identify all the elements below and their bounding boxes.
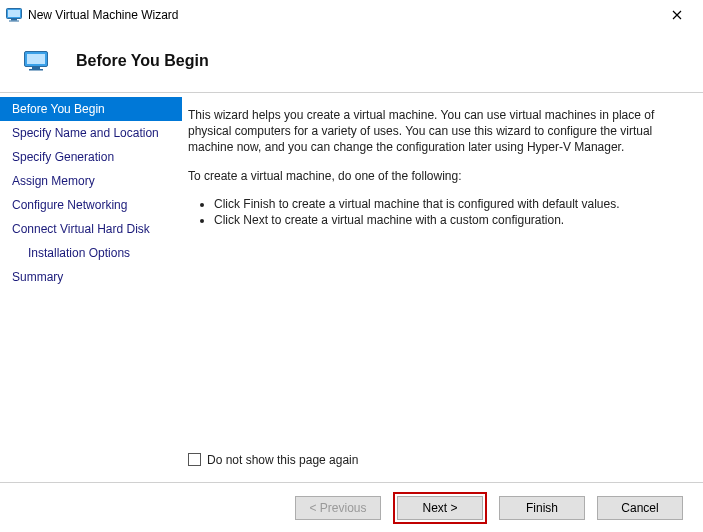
svg-rect-7 [29,69,43,71]
svg-rect-5 [27,54,45,64]
nav-configure-networking[interactable]: Configure Networking [0,193,182,217]
titlebar: New Virtual Machine Wizard [0,0,703,30]
finish-button[interactable]: Finish [499,496,585,520]
nav-assign-memory[interactable]: Assign Memory [0,169,182,193]
wizard-content: This wizard helps you create a virtual m… [182,93,703,482]
cancel-button[interactable]: Cancel [597,496,683,520]
prompt-text: To create a virtual machine, do one of t… [188,168,681,184]
wizard-body: Before You Begin Specify Name and Locati… [0,92,703,482]
do-not-show-checkbox[interactable] [188,453,201,466]
next-button[interactable]: Next > [397,496,483,520]
do-not-show-label: Do not show this page again [207,452,358,468]
bullet-item: Click Finish to create a virtual machine… [214,196,681,212]
wizard-nav: Before You Begin Specify Name and Locati… [0,93,182,482]
svg-rect-2 [11,19,17,21]
page-heading: Before You Begin [76,52,209,70]
nav-installation-options[interactable]: Installation Options [0,241,182,265]
bullet-list: Click Finish to create a virtual machine… [188,196,681,228]
nav-specify-generation[interactable]: Specify Generation [0,145,182,169]
previous-button: < Previous [295,496,381,520]
wizard-header: Before You Begin [0,30,703,92]
intro-text: This wizard helps you create a virtual m… [188,107,681,156]
wizard-footer: < Previous Next > Finish Cancel [0,482,703,532]
nav-summary[interactable]: Summary [0,265,182,289]
close-button[interactable] [657,1,697,29]
do-not-show-row[interactable]: Do not show this page again [188,452,681,468]
svg-rect-3 [9,21,19,22]
app-icon [6,7,22,23]
nav-specify-name-location[interactable]: Specify Name and Location [0,121,182,145]
svg-rect-6 [32,67,40,69]
svg-rect-1 [8,10,20,17]
nav-connect-vhd[interactable]: Connect Virtual Hard Disk [0,217,182,241]
bullet-item: Click Next to create a virtual machine w… [214,212,681,228]
vm-icon [24,51,48,71]
window-title: New Virtual Machine Wizard [28,8,657,22]
nav-before-you-begin[interactable]: Before You Begin [0,97,182,121]
